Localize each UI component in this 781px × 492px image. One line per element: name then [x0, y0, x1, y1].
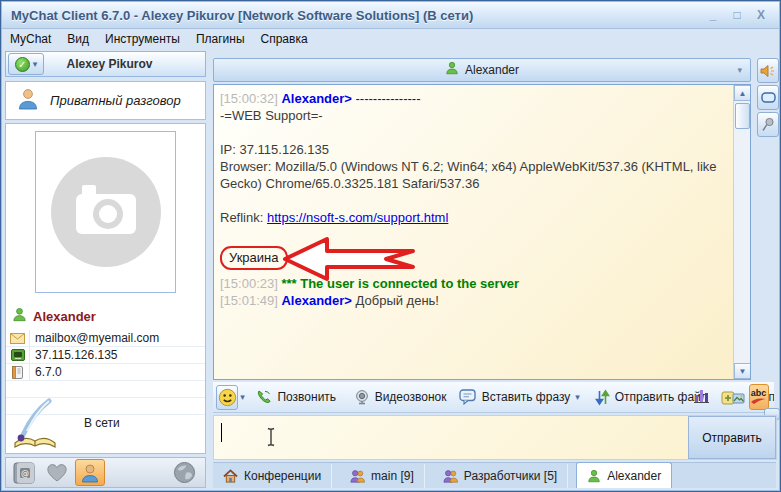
red-arrow-annotation	[282, 236, 417, 286]
abc-label: abc	[751, 389, 767, 397]
person-green-icon	[587, 469, 601, 483]
nickname: Alexander>	[281, 293, 351, 308]
tab-label: Разработчики [5]	[464, 469, 557, 483]
text-caret	[221, 423, 222, 442]
rounded-window-icon	[761, 92, 776, 103]
insert-image-icon	[721, 389, 745, 406]
menu-view[interactable]: Вид	[67, 32, 89, 46]
tab-label: Конференции	[244, 469, 321, 483]
sidebar-header: ✓ ▾ Alexey Pikurov	[5, 51, 206, 77]
contact-email: mailbox@myemail.com	[30, 331, 159, 345]
status-button[interactable]: ✓ ▾	[8, 53, 44, 75]
title-bar: MyChat Client 6.7.0 - Alexey Pikurov [Ne…	[2, 2, 779, 29]
person-card-icon	[80, 463, 100, 483]
webcam-icon	[354, 389, 370, 405]
message: [15:01:49] Alexander> Добрый день!	[220, 292, 729, 309]
nickname: Alexander>	[281, 91, 351, 106]
address-book-button[interactable]: @	[9, 459, 39, 486]
contact-name-row: Alexander	[12, 307, 96, 326]
timestamp: [15:00:23]	[220, 276, 278, 291]
status-note: В сети	[84, 416, 120, 430]
message-text: IP: 37.115.126.135	[220, 142, 329, 157]
video-call-button[interactable]: Видеозвонок	[354, 389, 447, 405]
group-icon	[350, 469, 365, 484]
menu-bar: MyChat Вид Инструменты Плагины Справка	[2, 29, 779, 49]
contact-version: 6.7.0	[30, 365, 62, 379]
tab-developers[interactable]: Разработчики [5]	[433, 464, 568, 488]
send-file-button[interactable]: Отправить файл	[595, 389, 708, 406]
scroll-thumb[interactable]	[735, 103, 750, 129]
smiley-icon	[218, 388, 237, 407]
blank-line	[220, 124, 729, 141]
contact-card-button[interactable]	[75, 459, 105, 486]
chart-icon	[693, 387, 710, 404]
statistics-button[interactable]	[693, 387, 710, 407]
country-annotation-row: Украина	[220, 243, 729, 275]
speech-bubble-icon	[459, 389, 477, 405]
contact-panel: Alexander mailbox@myemail.com	[5, 123, 206, 454]
chat-target-name: Alexander	[465, 63, 519, 77]
email-row: mailbox@myemail.com	[6, 330, 205, 347]
app-window: MyChat Client 6.7.0 - Alexey Pikurov [Ne…	[0, 0, 781, 492]
chat-scrollbar[interactable]: ▲ ▼	[733, 85, 750, 379]
message: -=WEB Support=-	[220, 107, 729, 124]
emoticons-button[interactable]	[216, 385, 238, 410]
call-label: Позвонить	[277, 390, 336, 404]
message-text: Browser: Mozilla/5.0 (Windows NT 6.2; Wi…	[220, 159, 717, 191]
menu-help[interactable]: Справка	[261, 32, 308, 46]
call-button[interactable]: Позвонить	[256, 389, 336, 405]
tab-main[interactable]: main [9]	[340, 464, 425, 488]
support-link[interactable]: https://nsoft-s.com/support.html	[267, 210, 448, 225]
spellcheck-swoosh-icon	[750, 397, 768, 405]
phone-icon	[256, 389, 272, 405]
blank-line	[220, 192, 729, 209]
pin-button[interactable]	[757, 112, 779, 137]
sound-button[interactable]	[757, 58, 779, 83]
speaker-icon	[760, 64, 776, 78]
maximize-button[interactable]: □	[729, 7, 745, 23]
private-talk-panel: Приватный разговор	[5, 81, 206, 120]
camera-placeholder-icon	[46, 152, 166, 272]
message-text: Добрый день!	[356, 293, 439, 308]
version-row: 6.7.0	[6, 364, 205, 381]
scroll-down-button[interactable]: ▼	[734, 363, 751, 379]
insert-image-button[interactable]	[721, 389, 745, 406]
online-status-icon: ✓	[15, 57, 30, 72]
chevron-down-icon: ▾	[240, 392, 245, 402]
transfer-arrows-icon	[595, 389, 610, 406]
menu-plugins[interactable]: Плагины	[196, 32, 245, 46]
menu-mychat[interactable]: MyChat	[10, 32, 51, 46]
minimize-button[interactable]: _	[705, 7, 721, 23]
group-icon	[443, 469, 458, 484]
message: Browser: Mozilla/5.0 (Windows NT 6.2; Wi…	[220, 158, 729, 192]
country-label: Украина	[220, 246, 288, 270]
insert-phrase-label: Вставить фразу	[482, 390, 571, 404]
video-call-label: Видеозвонок	[375, 390, 447, 404]
message: IP: 37.115.126.135	[220, 141, 729, 158]
chat-log: [15:00:32] Alexander> --------------- -=…	[213, 84, 751, 380]
timestamp: [15:01:49]	[220, 293, 278, 308]
scroll-up-button[interactable]: ▲	[734, 85, 751, 101]
message-text: -=WEB Support=-	[220, 108, 323, 123]
version-book-icon	[6, 364, 30, 380]
message-input[interactable]: Отправить	[213, 415, 777, 460]
empty-row	[6, 381, 205, 398]
window-mode-button[interactable]	[757, 85, 779, 110]
web-button[interactable]	[169, 459, 199, 486]
send-button[interactable]: Отправить	[688, 416, 776, 459]
spellcheck-button[interactable]: abc	[749, 384, 769, 410]
menu-tools[interactable]: Инструменты	[105, 32, 180, 46]
tab-conferences[interactable]: Конференции	[213, 464, 332, 488]
chat-column: Alexander ▾ [15:00:32] A	[211, 51, 778, 488]
emoticons-dropdown[interactable]: ▾	[238, 385, 247, 410]
close-button[interactable]: X	[753, 7, 769, 23]
clipped-label: п	[769, 390, 774, 404]
chat-target-selector[interactable]: Alexander ▾	[213, 58, 751, 82]
insert-phrase-button[interactable]: Вставить фразу ▾	[459, 389, 580, 405]
envelope-icon	[6, 330, 30, 346]
favorites-button[interactable]	[42, 459, 72, 486]
chevron-down-icon: ▾	[33, 59, 38, 69]
message: Reflink: https://nsoft-s.com/support.htm…	[220, 209, 729, 226]
tab-alexander[interactable]: Alexander	[576, 462, 672, 488]
conversation-tabs: Конференции main [9]	[213, 462, 776, 488]
